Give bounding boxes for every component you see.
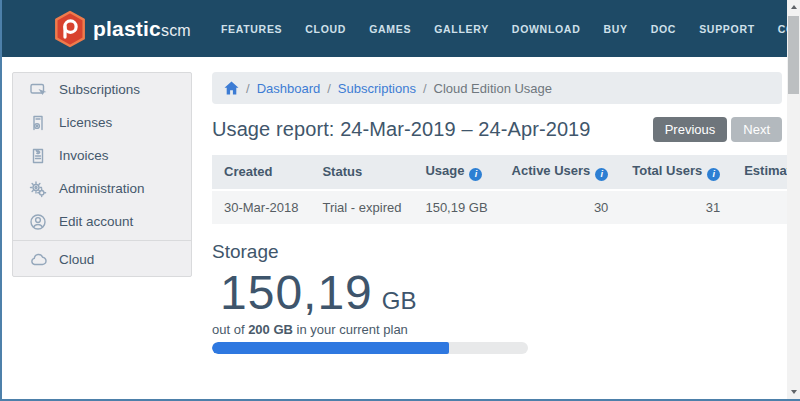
nav-item-cloud[interactable]: CLOUD	[305, 23, 346, 35]
sidebar-item-edit-account[interactable]: Edit account	[13, 205, 191, 238]
breadcrumb-separator: /	[423, 81, 427, 96]
account-sidebar: Subscriptions Licenses Invoices	[12, 72, 192, 277]
storage-heading: Storage	[212, 241, 782, 263]
usage-table-row: 30-Mar-2018 Trial - expired 150,19 GB 30…	[212, 190, 800, 224]
edit-account-icon	[29, 213, 47, 231]
subscriptions-icon	[29, 81, 47, 99]
top-navbar: plasticscm FEATURES CLOUD GAMES GALLERY …	[2, 0, 787, 57]
report-pager: Previous Next	[653, 117, 782, 142]
cell-active-users: 30	[500, 190, 621, 224]
sidebar-item-label: Edit account	[59, 214, 133, 229]
scrollbar-up-button[interactable]	[787, 0, 800, 14]
storage-progress-fill	[212, 342, 449, 354]
usage-info-icon[interactable]: i	[469, 168, 482, 181]
col-total-users: Total Usersi	[620, 155, 732, 190]
usage-table-header-row: Created Status Usagei Active Usersi Tota…	[212, 155, 800, 190]
brand-bold: plastic	[93, 17, 161, 40]
sidebar-item-licenses[interactable]: Licenses	[13, 106, 191, 139]
nav-item-games[interactable]: GAMES	[369, 23, 411, 35]
plan-prefix: out of	[212, 322, 248, 337]
total-users-info-icon[interactable]: i	[707, 168, 720, 181]
breadcrumb-link-subscriptions[interactable]: Subscriptions	[338, 81, 416, 96]
sidebar-item-subscriptions[interactable]: Subscriptions	[13, 73, 191, 106]
report-header: Usage report: 24-Mar-2019 – 24-Apr-2019 …	[212, 117, 782, 142]
plasticscm-logo[interactable]: plasticscm	[53, 10, 191, 48]
sidebar-divider	[13, 240, 191, 241]
brand-text: plasticscm	[93, 17, 191, 41]
administration-icon	[29, 180, 47, 198]
page-title: Usage report: 24-Mar-2019 – 24-Apr-2019	[212, 118, 591, 141]
breadcrumb-link-dashboard[interactable]: Dashboard	[257, 81, 321, 96]
cloud-icon	[29, 251, 47, 269]
plan-suffix: in your current plan	[293, 322, 408, 337]
invoices-icon	[29, 147, 47, 165]
breadcrumb: / Dashboard / Subscriptions / Cloud Edit…	[212, 72, 782, 104]
active-users-info-icon[interactable]: i	[595, 168, 608, 181]
cell-status: Trial - expired	[310, 190, 413, 224]
home-icon[interactable]	[224, 81, 239, 95]
col-usage: Usagei	[413, 155, 499, 190]
col-created: Created	[212, 155, 310, 190]
storage-unit: GB	[382, 287, 417, 315]
previous-button[interactable]: Previous	[653, 117, 728, 142]
col-active-users: Active Usersi	[500, 155, 621, 190]
sidebar-item-label: Invoices	[59, 148, 109, 163]
licenses-icon	[29, 114, 47, 132]
cell-created: 30-Mar-2018	[212, 190, 310, 224]
nav-item-features[interactable]: FEATURES	[221, 23, 282, 35]
sidebar-item-label: Licenses	[59, 115, 112, 130]
browser-window: plasticscm FEATURES CLOUD GAMES GALLERY …	[0, 0, 800, 401]
main-content: / Dashboard / Subscriptions / Cloud Edit…	[212, 72, 782, 354]
plasticscm-logo-icon	[53, 10, 87, 48]
sidebar-item-label: Subscriptions	[59, 82, 140, 97]
brand-light: scm	[161, 22, 191, 39]
nav-item-download[interactable]: DOWNLOAD	[512, 23, 581, 35]
plan-amount: 200 GB	[248, 322, 293, 337]
storage-amount: 150,19	[220, 265, 373, 320]
sidebar-item-administration[interactable]: Administration	[13, 172, 191, 205]
nav-item-doc[interactable]: DOC	[651, 23, 676, 35]
breadcrumb-current: Cloud Edition Usage	[434, 81, 553, 96]
storage-progress-bar	[212, 342, 528, 354]
nav-item-support[interactable]: SUPPORT	[699, 23, 755, 35]
scroll-up-icon	[791, 5, 797, 9]
scroll-down-icon	[791, 390, 797, 394]
storage-usage-value: 150,19 GB	[212, 265, 782, 320]
scrollbar-down-button[interactable]	[787, 385, 800, 399]
breadcrumb-separator: /	[246, 81, 250, 96]
next-button[interactable]: Next	[731, 117, 782, 142]
breadcrumb-separator: /	[327, 81, 331, 96]
col-status: Status	[310, 155, 413, 190]
cell-usage: 150,19 GB	[413, 190, 499, 224]
plan-line: out of 200 GB in your current plan	[212, 322, 782, 337]
sidebar-item-label: Administration	[59, 181, 145, 196]
sidebar-item-label: Cloud	[59, 252, 94, 267]
nav-item-gallery[interactable]: GALLERY	[434, 23, 489, 35]
sidebar-item-invoices[interactable]: Invoices	[13, 139, 191, 172]
vertical-scrollbar[interactable]	[787, 0, 800, 399]
sidebar-item-cloud[interactable]: Cloud	[13, 243, 191, 276]
main-nav: FEATURES CLOUD GAMES GALLERY DOWNLOAD BU…	[221, 23, 800, 35]
scrollbar-thumb[interactable]	[788, 16, 799, 94]
cell-total-users: 31	[620, 190, 732, 224]
nav-item-buy[interactable]: BUY	[603, 23, 627, 35]
usage-table: Created Status Usagei Active Usersi Tota…	[212, 155, 800, 224]
